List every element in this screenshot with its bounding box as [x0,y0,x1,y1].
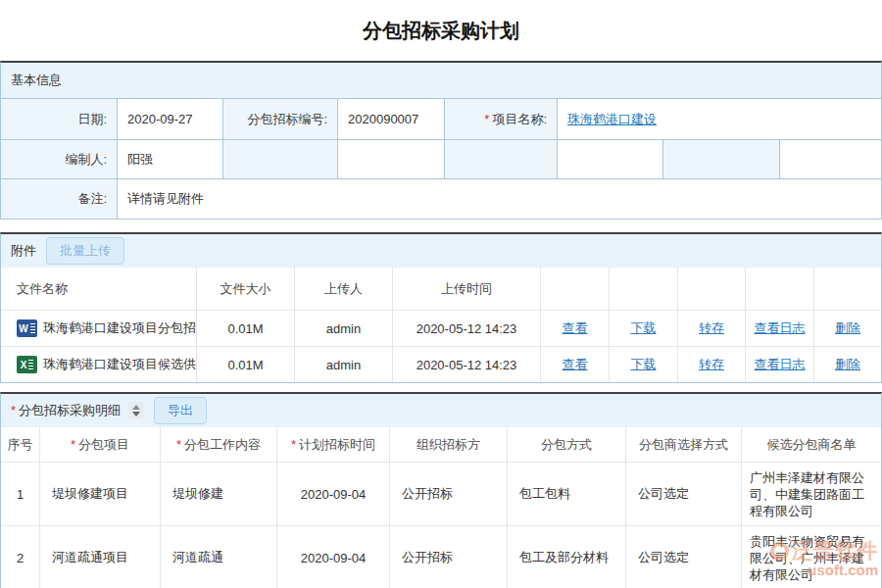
file-name: 珠海鹤港口建设项目候选供 [43,356,196,373]
action-cell: 查看 [541,311,610,346]
action-cell: 查看 [541,347,610,382]
project-value: 河道疏通项目 [40,526,161,588]
file-icon-letter: W [19,323,27,334]
col-organizer: 组织招标方 [390,427,508,462]
col-label: 分包方式 [541,436,592,454]
download-link[interactable]: 下载 [631,356,657,373]
action-cell: 转存 [678,347,746,382]
empty-cell [338,140,445,178]
basic-info-row-2: 编制人: 阳强 [1,139,881,178]
sort-down-arrow-icon [132,412,140,416]
method-value: 包工及部分材料 [508,526,626,588]
project-name-cell: 珠海鹤港口建设 [558,99,881,139]
file-uploader: admin [295,347,393,382]
project-value: 堤坝修建项目 [40,463,161,525]
sort-up-arrow-icon [132,405,140,410]
col-planned-bid-time: *计划招标时间 [277,427,390,462]
file-icon-lines [30,323,35,333]
seq-value: 1 [1,463,40,525]
empty-cell [663,140,780,178]
word-file-icon: W [17,319,37,337]
col-label: 计划招标时间 [299,436,375,454]
view-log-link[interactable]: 查看日志 [755,356,806,373]
col-work-content: *分包工作内容 [161,427,277,462]
file-name: 珠海鹤港口建设项目分包招 [43,319,196,337]
file-size: 0.01M [197,311,295,346]
col-selection: 分包商选择方式 [626,427,742,462]
col-subcontract-project: *分包项目 [40,427,161,462]
detail-section: *分包招标采购明细 导出 序号 *分包项目 *分包工作内容 *计划招标时间 组织… [0,392,882,588]
required-asterisk: * [11,403,16,417]
attachments-title: 附件 [11,242,36,260]
sort-icon[interactable] [128,402,144,419]
col-candidates: 候选分包商名单 [742,427,881,462]
date-value: 2020-09-27 [118,99,223,139]
project-name-link[interactable]: 珠海鹤港口建设 [567,111,657,128]
detail-row: 2 河道疏通项目 河道疏通 2020-09-04 公开招标 包工及部分材料 公司… [1,525,881,588]
basic-info-section: 基本信息 日期: 2020-09-27 分包招标编号: 2020090007 *… [0,61,882,220]
transfer-link[interactable]: 转存 [699,319,724,337]
batch-upload-button[interactable]: 批量上传 [46,237,124,265]
view-link[interactable]: 查看 [563,356,588,373]
col-file-name: 文件名称 [1,268,197,310]
bid-time-value: 2020-09-04 [277,526,390,588]
editor-value: 阳强 [118,140,223,178]
col-label: 分包工作内容 [184,436,261,454]
attachment-row: X 珠海鹤港口建设项目候选供 0.01M admin 2020-05-12 14… [1,346,881,382]
method-value: 包工包料 [508,463,626,525]
detail-table: 序号 *分包项目 *分包工作内容 *计划招标时间 组织招标方 分包方式 分包商选… [1,427,881,588]
attachments-table: 文件名称 文件大小 上传人 上传时间 W 珠海鹤港口建设项目分包招 0.01M … [1,268,881,382]
file-uploader: admin [295,311,393,346]
empty-cell [780,140,881,178]
action-cell: 查看日志 [746,311,814,346]
download-link[interactable]: 下载 [631,319,657,337]
view-link[interactable]: 查看 [563,319,588,337]
basic-info-header: 基本信息 [1,63,881,98]
col-action-empty [541,268,610,310]
view-log-link[interactable]: 查看日志 [755,319,806,337]
candidates-value: 贵阳丰沃物资贸易有限公司、广州丰泽建材有限公司 [742,526,881,588]
action-cell: 下载 [610,311,678,346]
basic-info-row-1: 日期: 2020-09-27 分包招标编号: 2020090007 * 项目名称… [1,98,881,139]
empty-cell [223,140,338,178]
project-name-label: * 项目名称: [445,99,558,139]
bid-no-value: 2020090007 [338,99,445,139]
selection-value: 公司选定 [626,463,742,525]
editor-label: 编制人: [1,140,118,178]
col-label: 序号 [8,436,33,454]
col-file-size: 文件大小 [197,268,295,310]
transfer-link[interactable]: 转存 [699,356,724,373]
empty-cell [445,140,558,178]
col-label: 分包项目 [78,436,129,454]
basic-info-title: 基本信息 [11,72,62,89]
detail-table-header: 序号 *分包项目 *分包工作内容 *计划招标时间 组织招标方 分包方式 分包商选… [1,427,881,462]
bid-no-label: 分包招标编号: [223,99,338,139]
file-icon-letter: X [21,360,27,370]
action-cell: 下载 [610,347,678,382]
attachment-row: W 珠海鹤港口建设项目分包招 0.01M admin 2020-05-12 14… [1,310,881,346]
export-button[interactable]: 导出 [154,397,207,424]
delete-link[interactable]: 删除 [835,356,860,373]
col-upload-time: 上传时间 [393,268,541,310]
action-cell: 删除 [814,311,881,346]
action-cell: 转存 [678,311,746,346]
col-method: 分包方式 [508,427,626,462]
col-action-empty [814,268,881,310]
col-label: 分包商选择方式 [639,436,728,454]
remark-label: 备注: [1,179,118,219]
detail-header-bar: *分包招标采购明细 导出 [1,394,881,427]
candidates-value: 广州丰泽建材有限公司、中建集团路面工程有限公司 [742,463,881,525]
col-seq: 序号 [1,427,40,462]
file-upload-time: 2020-05-12 14:23 [393,311,541,346]
attachments-section: 附件 批量上传 文件名称 文件大小 上传人 上传时间 W 珠海鹤港口建设项目分包… [0,232,882,383]
file-upload-time: 2020-05-12 14:23 [393,347,541,382]
file-name-cell: X 珠海鹤港口建设项目候选供 [1,347,197,382]
detail-row: 1 堤坝修建项目 堤坝修建 2020-09-04 公开招标 包工包料 公司选定 … [1,462,881,525]
organizer-value: 公开招标 [390,463,508,525]
content-value: 堤坝修建 [161,463,277,525]
col-action-empty [678,268,746,310]
file-size: 0.01M [197,347,295,382]
organizer-value: 公开招标 [390,526,508,588]
delete-link[interactable]: 删除 [835,319,860,337]
selection-value: 公司选定 [626,526,742,588]
